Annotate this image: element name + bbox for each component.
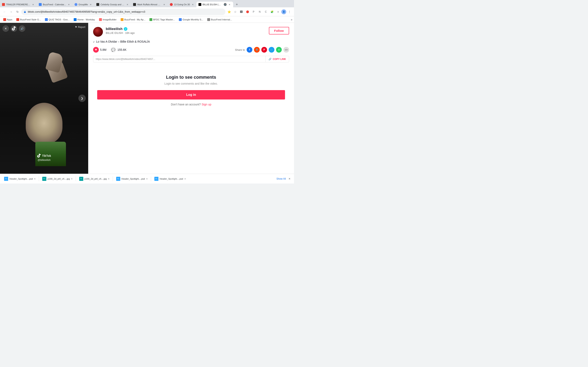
forward-button[interactable]: → bbox=[8, 9, 14, 15]
bookmark-label: BuzzFeed - My Ap... bbox=[124, 18, 146, 21]
tab-close-btn[interactable]: ✕ bbox=[31, 3, 35, 6]
tab-13-going-on-30[interactable]: 13 Going On 30 ✕ bbox=[168, 2, 196, 7]
bookmark-buzzfeed-internal[interactable]: BuzzFeed Internal... bbox=[206, 17, 233, 22]
follow-button[interactable]: Follow bbox=[269, 27, 289, 34]
ext-icon-7[interactable]: ≡ bbox=[275, 9, 281, 15]
share-pinterest-button[interactable]: P bbox=[261, 47, 267, 53]
sound-toggle-button[interactable]: 🔊 bbox=[19, 25, 25, 32]
separator bbox=[113, 176, 113, 181]
ext-icon-5[interactable]: C bbox=[263, 9, 269, 15]
right-panel: billieeilish ✓ BILLIE EILISH · 16h ago F… bbox=[88, 23, 294, 174]
ext-icon-3[interactable]: P bbox=[251, 9, 256, 15]
login-button[interactable]: Log in bbox=[97, 90, 285, 100]
song-title: Lo Vas A Olvidar – Billie Eilish & ROSAL… bbox=[96, 40, 150, 43]
tab-favicon bbox=[39, 3, 42, 6]
bookmark-buzzfeed-my-apps[interactable]: BuzzFeed - My Ap... bbox=[119, 17, 147, 22]
bookmark-google-monthly[interactable]: Google Monthly S... bbox=[177, 17, 205, 22]
signup-link[interactable]: Sign up bbox=[202, 103, 211, 106]
comments-count: 155.6K bbox=[117, 48, 126, 51]
share-whatsapp-button[interactable]: ✆ bbox=[276, 47, 282, 53]
bookmark-bfdc-tags[interactable]: BFDC Tags Master... bbox=[148, 17, 176, 22]
user-name-row: billieeilish ✓ bbox=[106, 27, 266, 31]
download-item-1[interactable]: Ps Header_Spotlight....psd ∧ bbox=[2, 176, 37, 182]
bookmark-buzzfeed-style[interactable]: BuzzFeed Style G... bbox=[15, 17, 43, 22]
show-all-button[interactable]: Show All bbox=[277, 177, 286, 180]
likes-count: 5.8M bbox=[100, 48, 106, 51]
download-filetype-icon: Ps bbox=[4, 177, 8, 181]
share-link-text: https://www.tiktok.com/@billieeilish/vid… bbox=[93, 56, 265, 62]
tab-mark-ruffalo[interactable]: Mark Ruffalo Almost C... ✕ bbox=[131, 2, 168, 7]
tab-favicon bbox=[2, 3, 5, 6]
tab-close-btn[interactable]: ✕ bbox=[126, 3, 129, 6]
tab-groupme[interactable]: GroupMe ✕ bbox=[72, 2, 95, 7]
likes-stat: ♥ 5.8M bbox=[93, 47, 106, 53]
tab-favicon bbox=[199, 3, 201, 6]
tab-close-btn[interactable]: ✕ bbox=[163, 3, 166, 6]
comments-stat: 💬 155.6K bbox=[111, 47, 126, 53]
downloads-bar-close-button[interactable]: ✕ bbox=[287, 177, 292, 181]
download-item-4[interactable]: Ps Header_Spotlight....psd ∧ bbox=[114, 176, 149, 182]
bookmark-imagebuilder[interactable]: ImageBuilder bbox=[97, 17, 118, 22]
download-filename: p166_2d_pt4_v4....jpg bbox=[48, 178, 70, 180]
ext-icon-2[interactable]: 🔴 bbox=[245, 9, 250, 15]
share-row: Share to f 👽 P 🐦 ✆ </> bbox=[235, 47, 289, 53]
download-item-5[interactable]: Ps Header_Spotlight....psd ∧ bbox=[153, 176, 187, 182]
download-item-2[interactable]: Ps p166_2d_pt4_v4....jpg ∧ bbox=[41, 176, 74, 182]
bookmark-label: BuzzFeed Style G... bbox=[20, 18, 41, 21]
ext-icon-1[interactable]: 🅰 bbox=[238, 9, 244, 15]
bookmark-apps[interactable]: Apps bbox=[2, 17, 14, 22]
back-button[interactable]: ← bbox=[2, 9, 7, 15]
share-label: Share to bbox=[235, 48, 245, 51]
bookmark-home-workday[interactable]: Home - Workday bbox=[72, 17, 96, 22]
bookmark-favicon bbox=[3, 18, 6, 21]
tab-close-btn[interactable]: ✕ bbox=[67, 3, 70, 6]
bookmark-quiz-tags[interactable]: QUIZ TAGS - Goo... bbox=[43, 17, 71, 22]
user-handle: BILLIE EILISH · 16h ago bbox=[106, 31, 266, 34]
bookmarks-more-btn[interactable]: » bbox=[291, 18, 292, 21]
report-button[interactable]: ⚑ Report bbox=[75, 26, 85, 29]
next-video-button[interactable]: ❯ bbox=[78, 95, 86, 102]
reload-button[interactable]: ↻ bbox=[15, 9, 20, 15]
copy-link-button[interactable]: 🔗 COPY LINK bbox=[265, 56, 289, 62]
address-text: tiktok.com/@billieeilish/video/694074657… bbox=[28, 10, 223, 13]
new-tab-button[interactable]: + bbox=[234, 2, 240, 7]
signup-prefix: Don't have an account? bbox=[171, 103, 201, 106]
bookmark-label: QUIZ TAGS - Goo... bbox=[49, 18, 69, 21]
chevron-up-icon: ∧ bbox=[184, 178, 186, 180]
page-content: ✕ 🔊 ⚑ Report ❯ bbox=[0, 23, 294, 174]
tab-close-btn[interactable]: ✕ bbox=[89, 3, 92, 6]
report-label: Report bbox=[78, 26, 85, 29]
tab-close-btn[interactable]: ✕ bbox=[191, 3, 194, 6]
tab-title: TRAILER PREMIERE: F... bbox=[6, 3, 30, 6]
comments-subtitle: Login to see comments and like the video… bbox=[97, 82, 285, 85]
bookmark-btn[interactable]: ☆ bbox=[232, 9, 238, 15]
tab-close-btn[interactable]: ✕ bbox=[228, 3, 231, 6]
tiktok-logo-button[interactable] bbox=[11, 25, 17, 32]
bookmark-label: Home - Workday bbox=[77, 18, 95, 21]
video-close-button[interactable]: ✕ bbox=[2, 25, 9, 32]
browser-window: TRAILER PREMIERE: F... ✕ BuzzFeed - Cale… bbox=[0, 0, 294, 184]
tab-billie-eilish[interactable]: BILLIE EILISH (@b... 🔊 ✕ bbox=[196, 2, 233, 7]
download-item-3[interactable]: Ps p166_2d_pt4_v4....jpg ∧ bbox=[78, 176, 111, 182]
tab-gmail[interactable]: TRAILER PREMIERE: F... ✕ bbox=[0, 2, 37, 7]
tiktok-icon bbox=[12, 26, 16, 31]
chrome-menu-btn[interactable]: ⋮ bbox=[287, 9, 292, 15]
stats-row: ♥ 5.8M 💬 155.6K Share to f 👽 P 🐦 ✆ </> bbox=[93, 47, 289, 53]
tab-celebrity-gossip[interactable]: Celebrity Gossip and E... ✕ bbox=[94, 2, 131, 7]
share-embed-button[interactable]: </> bbox=[283, 47, 289, 53]
ext-icon-6[interactable]: 🧩 bbox=[269, 9, 275, 15]
share-reddit-button[interactable]: 👽 bbox=[254, 47, 260, 53]
comments-title: Login to see comments bbox=[97, 75, 285, 80]
share-facebook-button[interactable]: f bbox=[247, 47, 252, 53]
ext-icon-4[interactable]: N bbox=[257, 9, 263, 15]
tab-buzzfeed-calendar[interactable]: BuzzFeed - Calendar... ✕ bbox=[37, 2, 72, 7]
address-bar[interactable]: tiktok.com/@billieeilish/video/694074657… bbox=[21, 8, 225, 15]
share-twitter-button[interactable]: 🐦 bbox=[269, 47, 274, 53]
toolbar-icons: ⭐ ☆ 🅰 🔴 P N C 🧩 ≡ 👤 ⋮ bbox=[226, 9, 292, 15]
user-avatar-btn[interactable]: 👤 bbox=[281, 9, 286, 14]
watermark-brand: TikTok bbox=[42, 154, 51, 157]
music-note-icon: ♪ bbox=[93, 40, 95, 43]
extensions-btn[interactable]: ⭐ bbox=[226, 9, 232, 15]
downloads-bar: Ps Header_Spotlight....psd ∧ Ps p166_2d_… bbox=[0, 174, 294, 184]
download-filetype-icon: Ps bbox=[116, 177, 120, 181]
